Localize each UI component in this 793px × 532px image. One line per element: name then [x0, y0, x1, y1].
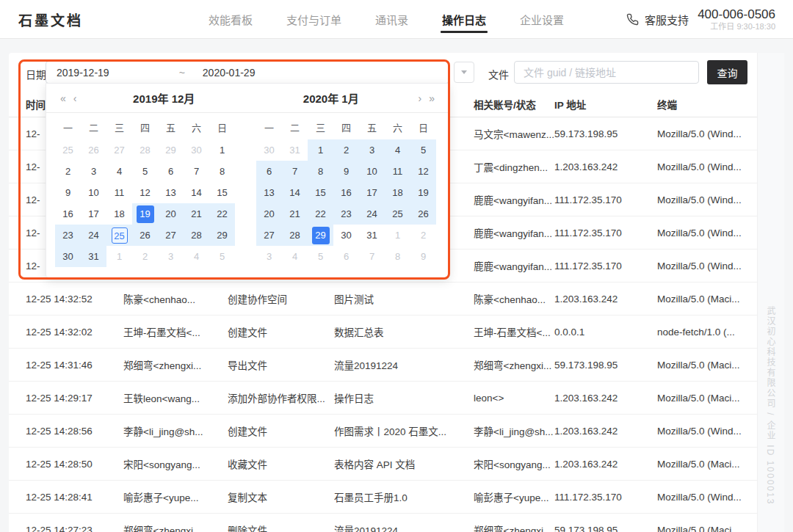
day-cell-next[interactable]: 3	[256, 246, 282, 267]
day-cell-range[interactable]: 1	[308, 139, 333, 161]
day-cell-normal[interactable]: 11	[106, 182, 132, 203]
day-cell-next[interactable]: 9	[410, 246, 436, 267]
nav-item-payments[interactable]: 支付与订单	[286, 0, 341, 38]
day-cell-range[interactable]: 5	[410, 139, 436, 161]
day-cell-normal[interactable]: 16	[55, 203, 81, 225]
day-cell-range[interactable]: 14	[282, 182, 308, 203]
day-cell-normal[interactable]: 12	[132, 182, 158, 203]
day-cell-next[interactable]: 7	[359, 246, 385, 267]
day-cell-next[interactable]: 3	[158, 246, 184, 267]
day-cell-range[interactable]: 9	[333, 161, 359, 182]
day-cell-prev[interactable]: 30	[256, 139, 282, 161]
day-cell-prev[interactable]: 31	[282, 139, 308, 161]
file-search-input[interactable]	[514, 61, 699, 84]
next-year-icon[interactable]: »	[425, 92, 438, 104]
day-cell-next[interactable]: 1	[106, 246, 132, 267]
day-cell-selected[interactable]: 29	[308, 225, 333, 246]
day-cell-range[interactable]: 28	[184, 225, 209, 246]
day-cell-range[interactable]: 11	[385, 161, 410, 182]
day-cell-range[interactable]: 12	[410, 161, 436, 182]
day-cell-range[interactable]: 2	[333, 139, 359, 161]
day-cell-today[interactable]: 25	[106, 225, 132, 246]
nav-item-enterprise-settings[interactable]: 企业设置	[520, 0, 564, 38]
day-cell-selected[interactable]: 19	[132, 203, 158, 225]
day-cell-range[interactable]: 18	[385, 182, 410, 203]
day-cell-range[interactable]: 28	[282, 225, 308, 246]
day-cell-range[interactable]: 25	[385, 203, 410, 225]
day-cell-range[interactable]: 22	[209, 203, 235, 225]
day-cell-normal[interactable]: 2	[55, 161, 81, 182]
day-cell-range[interactable]: 27	[256, 225, 282, 246]
day-cell-normal[interactable]: 9	[55, 182, 81, 203]
day-cell-range[interactable]: 24	[81, 225, 106, 246]
day-cell-range[interactable]: 21	[282, 203, 308, 225]
next-month-icon[interactable]: ›	[415, 92, 426, 104]
day-cell-normal[interactable]: 6	[158, 161, 184, 182]
day-cell-prev[interactable]: 30	[184, 139, 209, 161]
day-cell-normal[interactable]: 5	[132, 161, 158, 182]
day-cell-range[interactable]: 19	[410, 182, 436, 203]
day-cell-normal[interactable]: 13	[158, 182, 184, 203]
day-cell-range[interactable]: 20	[256, 203, 282, 225]
day-cell-normal[interactable]: 31	[359, 225, 385, 246]
day-cell-next[interactable]: 5	[209, 246, 235, 267]
day-cell-prev[interactable]: 27	[106, 139, 132, 161]
day-cell-prev[interactable]: 28	[132, 139, 158, 161]
day-cell-prev[interactable]: 29	[158, 139, 184, 161]
day-cell-range[interactable]: 8	[308, 161, 333, 182]
day-cell-range[interactable]: 15	[308, 182, 333, 203]
day-cell-normal[interactable]: 7	[184, 161, 209, 182]
day-cell-range[interactable]: 21	[184, 203, 209, 225]
day-cell-prev[interactable]: 25	[55, 139, 81, 161]
day-cell-range[interactable]: 20	[158, 203, 184, 225]
day-cell-next[interactable]: 6	[333, 246, 359, 267]
prev-month-icon[interactable]: ‹	[70, 92, 81, 104]
day-cell-next[interactable]: 4	[184, 246, 209, 267]
day-cell-normal[interactable]: 10	[81, 182, 106, 203]
day-cell-prev[interactable]: 26	[81, 139, 106, 161]
day-cell-normal[interactable]: 18	[106, 203, 132, 225]
weekday-header-row: 一二三四五六日	[55, 117, 239, 139]
day-cell-range[interactable]: 30	[55, 246, 81, 267]
day-cell-range[interactable]: 4	[385, 139, 410, 161]
search-button[interactable]: 查询	[707, 60, 747, 84]
day-cell-normal[interactable]: 15	[209, 182, 235, 203]
day-cell-next[interactable]: 1	[385, 225, 410, 246]
day-cell-next[interactable]: 8	[385, 246, 410, 267]
day-cell-normal[interactable]: 30	[333, 225, 359, 246]
day-cell-normal[interactable]: 17	[81, 203, 106, 225]
day-cell-range[interactable]: 26	[410, 203, 436, 225]
date-preset-dropdown[interactable]	[454, 62, 474, 83]
day-cell-next[interactable]: 2	[132, 246, 158, 267]
day-cell-range[interactable]: 6	[256, 161, 282, 182]
prev-year-icon[interactable]: «	[57, 92, 70, 104]
day-cell-next[interactable]: 4	[282, 246, 308, 267]
day-cell-next[interactable]: 5	[308, 246, 333, 267]
day-cell-range[interactable]: 29	[209, 225, 235, 246]
day-cell-range[interactable]: 13	[256, 182, 282, 203]
nav-item-operation-log[interactable]: 操作日志	[442, 0, 486, 38]
day-cell-range[interactable]: 7	[282, 161, 308, 182]
day-cell-normal[interactable]: 4	[106, 161, 132, 182]
day-cell-normal[interactable]: 8	[209, 161, 235, 182]
day-cell-range[interactable]: 23	[55, 225, 81, 246]
day-cell-next[interactable]: 2	[410, 225, 436, 246]
day-cell-normal[interactable]: 3	[81, 161, 106, 182]
day-cell-normal[interactable]: 1	[209, 139, 235, 161]
calendar-week-row: 3456789	[256, 246, 440, 267]
day-cell-range[interactable]: 27	[158, 225, 184, 246]
day-cell-range[interactable]: 3	[359, 139, 385, 161]
day-cell-range[interactable]: 26	[132, 225, 158, 246]
day-cell-range[interactable]: 22	[308, 203, 333, 225]
day-cell-range[interactable]: 31	[81, 246, 106, 267]
day-cell-range[interactable]: 23	[333, 203, 359, 225]
day-cell-range[interactable]: 17	[359, 182, 385, 203]
date-range-input[interactable]: 2019-12-19 ~ 2020-01-29	[46, 61, 449, 84]
date-range-calendar: « ‹ 2019年 12月 2020年 1月 › » 一二三四五六日252627…	[46, 83, 449, 278]
day-cell-range[interactable]: 24	[359, 203, 385, 225]
day-cell-range[interactable]: 10	[359, 161, 385, 182]
day-cell-range[interactable]: 16	[333, 182, 359, 203]
day-cell-normal[interactable]: 14	[184, 182, 209, 203]
nav-item-dashboard[interactable]: 效能看板	[209, 0, 253, 38]
nav-item-contacts[interactable]: 通讯录	[375, 0, 408, 38]
